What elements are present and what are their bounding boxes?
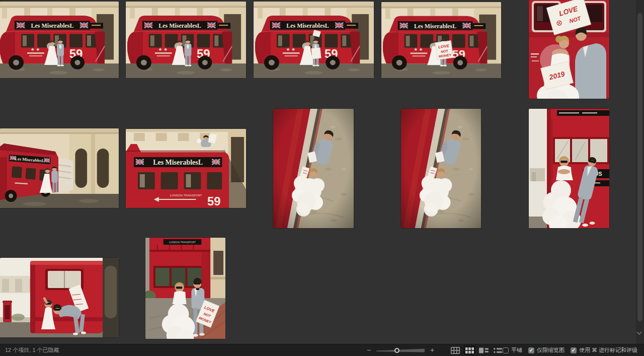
photo-thumbnail-2[interactable] xyxy=(126,2,246,78)
thumbnail-zoom-control: − + xyxy=(366,344,435,356)
view-grid-dense-button[interactable] xyxy=(463,345,475,355)
grid-dense-icon xyxy=(465,347,474,353)
photo-scene-bus-front xyxy=(126,2,246,78)
view-mode-switcher xyxy=(449,344,504,356)
option-label: 仅限缩览图 xyxy=(537,346,565,354)
photo-thumbnail-4[interactable]: LOVE NOT MONEY xyxy=(381,2,501,78)
option-use-cmd-rating[interactable]: ✓ 使用 ⌘ 进行标记和评级 xyxy=(571,346,637,354)
photo-scene-bus-top-deck xyxy=(126,129,246,208)
photo-scene-kiss-with-signs xyxy=(529,0,609,99)
check-icon: ✓ xyxy=(529,347,533,352)
photo-thumbnail-10[interactable] xyxy=(529,109,609,228)
photo-scene-top-down xyxy=(273,109,354,228)
love-sign: LOVE NOT MONEY xyxy=(435,40,453,59)
held-sign xyxy=(311,48,321,59)
photo-thumbnail-1[interactable] xyxy=(0,2,119,78)
photo-thumbnail-11[interactable] xyxy=(0,258,119,337)
photo-scene-bus-angle xyxy=(0,128,119,208)
option-label: 使用 ⌘ 进行标记和评级 xyxy=(579,346,637,354)
use-cmd-rating-checkbox[interactable]: ✓ xyxy=(571,347,577,353)
photo-scene-bus-front xyxy=(0,2,119,78)
photo-thumbnail-12[interactable] xyxy=(145,238,225,339)
scroll-down-chevron-icon[interactable] xyxy=(637,330,642,335)
thumbnails-only-checkbox[interactable]: ✓ xyxy=(528,347,534,353)
display-options: 平铺 ✓ 仅限缩览图 ✓ 使用 ⌘ 进行标记和评级 xyxy=(503,344,637,356)
photo-scene-lean-on-bus xyxy=(529,109,609,228)
thumbnail-size-slider[interactable] xyxy=(376,347,425,354)
photo-scene-bus-front-love-sign: LOVE NOT MONEY xyxy=(381,2,501,78)
option-thumbnails-only[interactable]: ✓ 仅限缩览图 xyxy=(528,346,565,354)
photo-scene-walk-with-sign xyxy=(145,238,225,339)
grid-loose-icon xyxy=(451,347,460,354)
view-grid-loose-button[interactable] xyxy=(449,345,461,355)
thumbnail-grid: LOVE NOT MONEY xyxy=(0,0,644,344)
photo-thumbnail-7[interactable] xyxy=(126,129,246,208)
slider-track xyxy=(376,347,425,354)
scrollbar-thumb[interactable] xyxy=(637,13,642,321)
check-icon: ✓ xyxy=(572,347,576,352)
photo-scene-top-down xyxy=(401,109,481,228)
photo-thumbnail-9[interactable] xyxy=(401,109,481,228)
vertical-scrollbar[interactable] xyxy=(636,0,644,344)
view-content-thumbnails-button[interactable] xyxy=(477,345,490,355)
photo-scene-bus-front-raised-sign xyxy=(254,2,374,78)
status-bar: 12 个项目, 1 个已隐藏 − + xyxy=(0,344,644,356)
photo-scene-bus-rear xyxy=(0,258,119,337)
view-list-button[interactable] xyxy=(492,345,504,355)
zoom-in-button[interactable]: + xyxy=(429,344,435,356)
list-icon xyxy=(494,347,502,353)
option-tile[interactable]: 平铺 xyxy=(503,346,522,354)
photo-thumbnail-5[interactable] xyxy=(529,0,609,99)
content-thumbnail-icon xyxy=(479,347,489,353)
tile-checkbox[interactable] xyxy=(503,347,509,353)
photo-thumbnail-8[interactable] xyxy=(273,109,354,228)
photo-thumbnail-3[interactable] xyxy=(254,2,374,78)
slider-thumb[interactable] xyxy=(394,348,399,353)
zoom-out-button[interactable]: − xyxy=(366,344,372,356)
item-count-label: 12 个项目, 1 个已隐藏 xyxy=(5,344,59,356)
option-label: 平铺 xyxy=(511,346,522,354)
photo-thumbnail-6[interactable] xyxy=(0,128,119,208)
